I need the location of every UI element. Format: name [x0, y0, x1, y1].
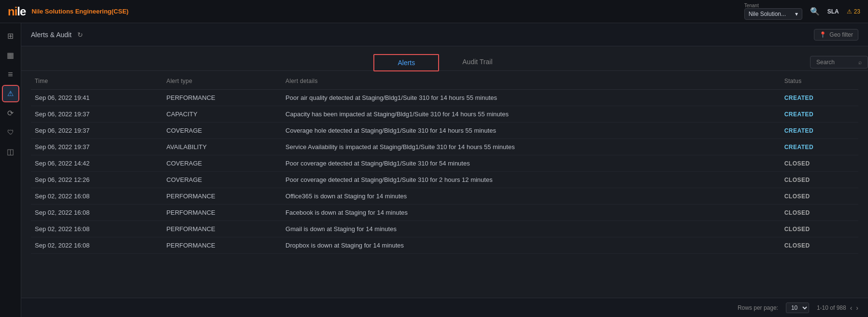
network-icon: ▦ [7, 51, 14, 60]
pagination-range: 1-10 of 988 [817, 304, 846, 311]
next-page-arrow[interactable]: › [856, 304, 858, 312]
main-layout: ⊞ ▦ ≡ ⚠ ⟳ 🛡 ◫ Alerts & Audit ↻ 📍 Geo fil… [0, 23, 868, 317]
table-row[interactable]: Sep 02, 2022 16:08 PERFORMANCE Facebook … [31, 205, 858, 221]
search-box-icon: ⌕ [858, 59, 862, 66]
cell-time-3: Sep 06, 2022 19:37 [31, 139, 163, 155]
alerts-table: Time Alert type Alert details Status Sep… [31, 71, 858, 254]
cell-details-5: Poor coverage detected at Staging/Bldg1/… [282, 172, 781, 188]
sidebar-item-layers[interactable]: ≡ [2, 66, 19, 83]
cell-details-2: Coverage hole detected at Staging/Bldg1/… [282, 123, 781, 139]
tabs-area: Alerts Audit Trail Search ⌕ [21, 46, 868, 71]
sidebar-item-storage[interactable]: ◫ [2, 143, 19, 160]
cell-type-3: AVAILABILITY [163, 139, 282, 155]
cell-time-0: Sep 06, 2022 19:41 [31, 90, 163, 106]
tab-audit-trail[interactable]: Audit Trail [439, 54, 515, 70]
cell-status-5: CLOSED [781, 172, 858, 188]
cell-time-2: Sep 06, 2022 19:37 [31, 123, 163, 139]
col-time: Time [31, 71, 163, 90]
table-body: Sep 06, 2022 19:41 PERFORMANCE Poor air … [31, 90, 858, 254]
table-row[interactable]: Sep 06, 2022 14:42 COVERAGE Poor coverag… [31, 155, 858, 172]
cell-time-9: Sep 02, 2022 16:08 [31, 237, 163, 254]
pagination-info: 1-10 of 988 ‹ › [817, 304, 858, 312]
cell-status-6: CLOSED [781, 188, 858, 205]
cell-details-8: Gmail is down at Staging for 14 minutes [282, 221, 781, 237]
table-row[interactable]: Sep 06, 2022 19:37 AVAILABILITY Service … [31, 139, 858, 155]
table-footer: Rows per page: 10 25 50 1-10 of 988 ‹ › [21, 298, 868, 317]
dashboard-icon: ⊞ [7, 31, 14, 41]
cell-status-2: CREATED [781, 123, 858, 139]
cell-type-5: COVERAGE [163, 172, 282, 188]
sidebar-item-dashboard[interactable]: ⊞ [2, 27, 19, 44]
col-alert-type: Alert type [163, 71, 282, 90]
tenant-select[interactable]: Nile Solution... ▾ [744, 8, 802, 20]
cell-time-1: Sep 06, 2022 19:37 [31, 106, 163, 123]
cell-status-0: CREATED [781, 90, 858, 106]
cell-type-7: PERFORMANCE [163, 205, 282, 221]
geo-filter-icon: 📍 [819, 31, 826, 38]
search-box-label: Search [816, 59, 835, 66]
shield-icon: 🛡 [7, 128, 14, 136]
search-box[interactable]: Search ⌕ [810, 56, 868, 69]
cell-details-9: Dropbox is down at Staging for 14 minute… [282, 237, 781, 254]
tenant-label: Tenant [744, 3, 759, 8]
table-row[interactable]: Sep 06, 2022 19:41 PERFORMANCE Poor air … [31, 90, 858, 106]
table-header: Time Alert type Alert details Status [31, 71, 858, 90]
cell-time-5: Sep 06, 2022 12:26 [31, 172, 163, 188]
prev-page-arrow[interactable]: ‹ [850, 304, 853, 312]
storage-icon: ◫ [7, 147, 14, 156]
topnav: nile Nile Solutions Engineering(CSE) Ten… [0, 0, 868, 23]
tenant-dropdown-group: Tenant Nile Solution... ▾ [744, 3, 802, 20]
tab-alerts[interactable]: Alerts [373, 54, 439, 71]
sidebar-item-history[interactable]: ⟳ [2, 104, 19, 122]
cell-details-6: Office365 is down at Staging for 14 minu… [282, 188, 781, 205]
cell-type-1: CAPACITY [163, 106, 282, 123]
cell-type-6: PERFORMANCE [163, 188, 282, 205]
cell-time-4: Sep 06, 2022 14:42 [31, 155, 163, 172]
history-icon: ⟳ [7, 109, 14, 118]
sla-label: SLA [827, 8, 839, 15]
table-row[interactable]: Sep 02, 2022 16:08 PERFORMANCE Gmail is … [31, 221, 858, 237]
tenant-value: Nile Solution... [749, 11, 786, 17]
geo-filter[interactable]: 📍 Geo filter [814, 29, 858, 41]
cell-details-3: Service Availability is impacted at Stag… [282, 139, 781, 155]
cell-status-1: CREATED [781, 106, 858, 123]
cell-type-4: COVERAGE [163, 155, 282, 172]
logo: nile [8, 5, 26, 18]
sidebar-item-alerts[interactable]: ⚠ [2, 85, 19, 102]
table-section: Time Alert type Alert details Status Sep… [21, 71, 868, 298]
table-row[interactable]: Sep 06, 2022 19:37 COVERAGE Coverage hol… [31, 123, 858, 139]
cell-details-4: Poor coverage detected at Staging/Bldg1/… [282, 155, 781, 172]
cell-type-2: COVERAGE [163, 123, 282, 139]
sidebar-item-security[interactable]: 🛡 [2, 124, 19, 141]
alert-triangle-icon: ⚠ [847, 8, 852, 15]
table-row[interactable]: Sep 02, 2022 16:08 PERFORMANCE Dropbox i… [31, 237, 858, 254]
geo-filter-label: Geo filter [829, 31, 853, 38]
table-row[interactable]: Sep 06, 2022 19:37 CAPACITY Capacity has… [31, 106, 858, 123]
alert-count-badge[interactable]: ⚠ 23 [847, 8, 860, 15]
page-header: Alerts & Audit ↻ 📍 Geo filter [21, 23, 868, 46]
cell-status-7: CLOSED [781, 205, 858, 221]
search-icon[interactable]: 🔍 [810, 7, 820, 16]
page-title: Alerts & Audit [31, 31, 71, 39]
sidebar-item-network[interactable]: ▦ [2, 46, 19, 64]
cell-status-9: CLOSED [781, 237, 858, 254]
org-name: Nile Solutions Engineering(CSE) [31, 8, 738, 15]
cell-time-7: Sep 02, 2022 16:08 [31, 205, 163, 221]
layers-icon: ≡ [8, 69, 13, 80]
table-row[interactable]: Sep 06, 2022 12:26 COVERAGE Poor coverag… [31, 172, 858, 188]
cell-details-0: Poor air quality detected at Staging/Bld… [282, 90, 781, 106]
refresh-icon[interactable]: ↻ [77, 31, 83, 39]
cell-details-7: Facebook is down at Staging for 14 minut… [282, 205, 781, 221]
cell-type-9: PERFORMANCE [163, 237, 282, 254]
tabs-container: Alerts Audit Trail [373, 54, 515, 70]
tab-audit-trail-label: Audit Trail [462, 58, 492, 66]
rows-per-page-select[interactable]: 10 25 50 [786, 303, 809, 313]
cell-type-0: PERFORMANCE [163, 90, 282, 106]
table-row[interactable]: Sep 02, 2022 16:08 PERFORMANCE Office365… [31, 188, 858, 205]
topnav-right: Tenant Nile Solution... ▾ 🔍 SLA ⚠ 23 [744, 3, 860, 20]
tab-alerts-label: Alerts [398, 59, 415, 67]
rows-per-page-label: Rows per page: [738, 304, 778, 311]
alert-icon: ⚠ [7, 89, 14, 98]
cell-time-8: Sep 02, 2022 16:08 [31, 221, 163, 237]
cell-time-6: Sep 02, 2022 16:08 [31, 188, 163, 205]
